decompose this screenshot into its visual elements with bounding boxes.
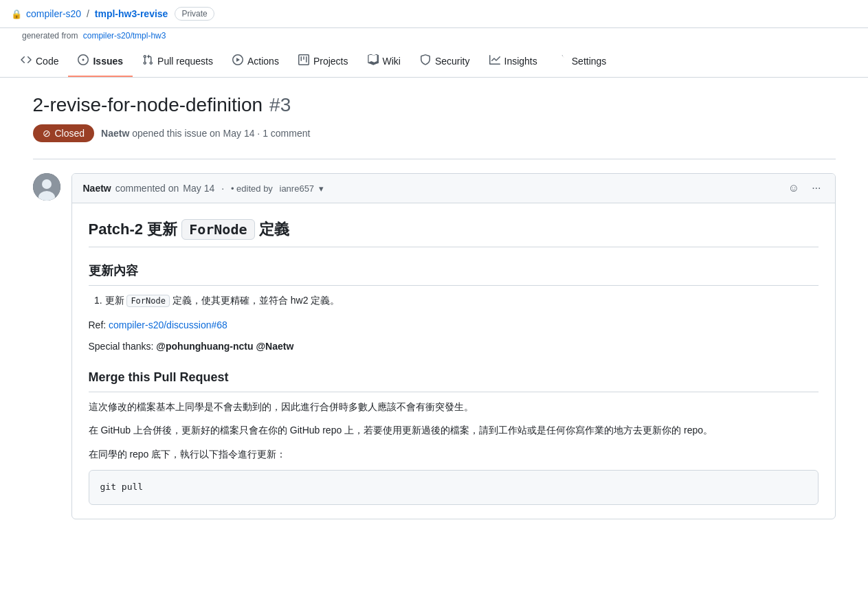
closed-icon: ⊘ [43,128,51,139]
nav-tabs: Code Issues Pull requests Actions Projec… [0,46,868,78]
ref-prefix: Ref: [89,319,109,330]
git-pull-code: git pull [100,482,144,492]
tab-pull-requests[interactable]: Pull requests [133,46,223,77]
tab-actions-label: Actions [247,56,279,67]
merge-para-3: 在同學的 repo 底下，執行以下指令進行更新： [89,447,819,462]
title-part1: Patch-2 更新 [89,221,182,238]
issue-icon [78,54,89,67]
projects-icon [298,54,309,67]
tab-pr-label: Pull requests [157,56,213,67]
tab-settings[interactable]: Settings [547,46,616,77]
issue-title: 2-revise-for-node-definition #3 [33,94,836,116]
status-label: Closed [55,128,85,139]
issue-meta: ⊘ Closed Naetw opened this issue on May … [33,124,836,142]
comment-date: May 14 [183,183,214,194]
tab-security-label: Security [435,56,470,67]
divider [33,159,836,159]
edited-prefix: • edited by [231,183,273,194]
tab-wiki-label: Wiki [383,56,401,67]
tab-code[interactable]: Code [11,46,68,77]
tab-issues-label: Issues [93,56,123,67]
comment-section: Naetw commented on May 14 · • edited by … [33,173,836,519]
tab-settings-label: Settings [572,56,607,67]
list-item-1-prefix: 更新 [105,295,127,306]
list-item-1-suffix: 定義，使其更精確，並符合 hw2 定義。 [170,295,340,306]
status-badge: ⊘ Closed [33,124,95,142]
tab-actions[interactable]: Actions [223,46,289,77]
tab-insights-label: Insights [504,56,537,67]
edited-dropdown[interactable]: • edited by ianre657 ▾ [231,183,324,194]
tab-projects[interactable]: Projects [289,46,358,77]
repo-path: compiler-s20 / tmpl-hw3-revise [26,8,168,19]
section2-heading: Merge this Pull Request [89,368,819,392]
comment-header: Naetw commented on May 14 · • edited by … [72,174,835,203]
comment-count: 1 comment [263,128,310,139]
tab-issues[interactable]: Issues [68,46,133,77]
comment-header-right: ☺ ··· [786,181,824,196]
svg-point-1 [42,179,52,189]
title-code: ForNode [181,219,254,240]
avatar [33,173,60,201]
ref-line: Ref: compiler-s20/discussion#68 [89,317,819,333]
issue-author-meta: Naetw [101,128,129,139]
more-options-button[interactable]: ··· [809,181,823,196]
security-icon [420,54,431,67]
generated-link[interactable]: compiler-s20/tmpl-hw3 [83,31,166,41]
emoji-react-button[interactable]: ☺ [786,181,802,196]
tab-code-label: Code [36,56,58,67]
comment-action: commented on [115,183,179,194]
issue-number: #3 [269,94,291,116]
code-icon [21,54,32,67]
comment-box: Naetw commented on May 14 · • edited by … [71,173,836,519]
thanks-line: Special thanks: @pohunghuang-nctu @Naetw [89,339,819,354]
comment-author[interactable]: Naetw [83,183,111,194]
lock-icon: 🔒 [11,9,22,19]
issue-date: May 14 [223,128,255,139]
actions-icon [232,54,243,67]
list-item-1: 更新 ForNode 定義，使其更精確，並符合 hw2 定義。 [105,293,819,308]
settings-icon [557,54,568,67]
ref-link[interactable]: compiler-s20/discussion#68 [109,319,227,330]
repo-owner-link[interactable]: compiler-s20 [26,8,81,19]
git-pull-code-block: git pull [89,470,819,505]
fornode-code: ForNode [126,295,170,307]
issue-title-text: 2-revise-for-node-definition [33,94,263,116]
main-content: 2-revise-for-node-definition #3 ⊘ Closed… [22,78,847,536]
repo-name-link[interactable]: tmpl-hw3-revise [95,8,168,19]
comment-main-heading: Patch-2 更新 ForNode 定義 [89,217,819,247]
edited-by: ianre657 [280,183,315,194]
issue-meta-text: Naetw opened this issue on May 14 · 1 co… [101,128,310,139]
thanks-prefix: Special thanks: [89,341,157,352]
mention-2: @Naetw [256,341,293,352]
section1-heading: 更新內容 [89,261,819,286]
comment-body: Patch-2 更新 ForNode 定義 更新內容 更新 ForNode 定義… [72,203,835,519]
generated-from-line: generated from compiler-s20/tmpl-hw3 [0,28,868,46]
mention-1: @pohunghuang-nctu [156,341,253,352]
generated-prefix: generated from [22,31,78,41]
insights-icon [489,54,500,67]
pr-icon [142,54,153,67]
wiki-icon [368,54,379,67]
top-header: 🔒 compiler-s20 / tmpl-hw3-revise Private [0,0,868,28]
tab-projects-label: Projects [313,56,348,67]
comment-header-left: Naetw commented on May 14 · • edited by … [83,183,324,194]
tab-wiki[interactable]: Wiki [358,46,410,77]
tab-security[interactable]: Security [410,46,480,77]
merge-para-1: 這次修改的檔案基本上同學是不會去動到的，因此進行合併時多數人應該不會有衝突發生。 [89,399,819,414]
merge-para-2: 在 GitHub 上合併後，更新好的檔案只會在你的 GitHub repo 上，… [89,423,819,438]
title-part2: 定義 [255,221,289,238]
tab-insights[interactable]: Insights [480,46,547,77]
repo-separator: / [84,8,92,19]
update-list: 更新 ForNode 定義，使其更精確，並符合 hw2 定義。 [105,293,819,308]
private-badge: Private [175,7,214,21]
